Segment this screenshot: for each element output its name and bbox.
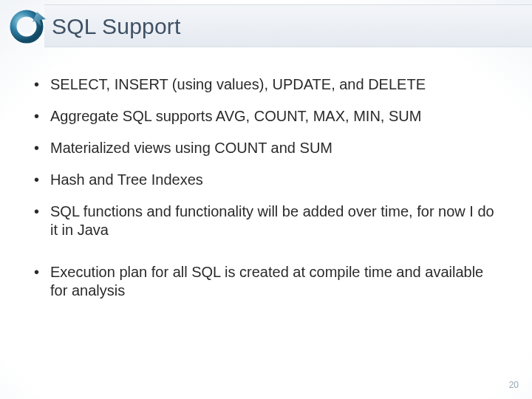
list-item: SELECT, INSERT (using values), UPDATE, a… <box>31 75 501 94</box>
slide-header: SQL Support <box>0 0 532 53</box>
list-item: Aggregate SQL supports AVG, COUNT, MAX, … <box>31 107 501 126</box>
logo-icon <box>7 4 49 46</box>
list-item: Hash and Tree Indexes <box>31 171 501 189</box>
slide: SQL Support SELECT, INSERT (using values… <box>0 0 532 399</box>
list-item: Materialized views using COUNT and SUM <box>31 139 501 157</box>
list-item: SQL functions and functionality will be … <box>31 202 501 239</box>
slide-title: SQL Support <box>52 14 181 39</box>
page-number: 20 <box>509 380 519 390</box>
list-item: Execution plan for all SQL is created at… <box>31 263 501 300</box>
slide-content: SELECT, INSERT (using values), UPDATE, a… <box>0 53 532 300</box>
bullet-list: SELECT, INSERT (using values), UPDATE, a… <box>31 75 501 300</box>
svg-point-1 <box>20 20 33 33</box>
